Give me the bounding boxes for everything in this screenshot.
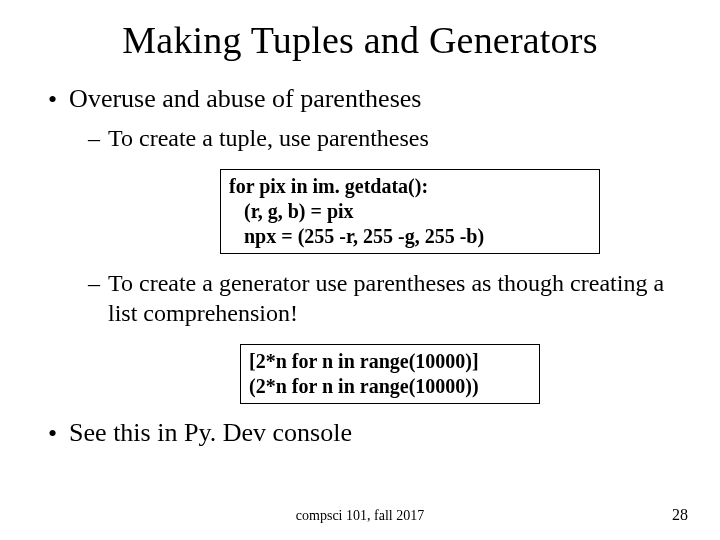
bullet-level1: • See this in Py. Dev console [48,418,680,449]
bullet-text: To create a tuple, use parentheses [108,123,680,153]
code-line: [2*n for n in range(10000)] [249,349,531,374]
bullet-text: See this in Py. Dev console [69,418,352,448]
bullet-level2: – To create a tuple, use parentheses [88,123,680,153]
code-block-generator: [2*n for n in range(10000)] (2*n for n i… [240,344,540,404]
footer-page-number: 28 [672,506,688,524]
bullet-dash-icon: – [88,268,100,298]
code-line: for pix in im. getdata(): [229,174,591,199]
bullet-text: Overuse and abuse of parentheses [69,84,421,114]
code-block-tuple: for pix in im. getdata(): (r, g, b) = pi… [220,169,600,254]
slide: Making Tuples and Generators • Overuse a… [0,0,720,540]
bullet-level1: • Overuse and abuse of parentheses [48,84,680,115]
bullet-text: To create a generator use parentheses as… [108,268,680,328]
slide-title: Making Tuples and Generators [40,18,680,62]
bullet-dot-icon: • [48,418,57,449]
code-line: npx = (255 -r, 255 -g, 255 -b) [229,224,591,249]
bullet-dot-icon: • [48,84,57,115]
code-line: (r, g, b) = pix [229,199,591,224]
bullet-dash-icon: – [88,123,100,153]
bullet-level2: – To create a generator use parentheses … [88,268,680,328]
footer-course: compsci 101, fall 2017 [0,508,720,524]
code-line: (2*n for n in range(10000)) [249,374,531,399]
